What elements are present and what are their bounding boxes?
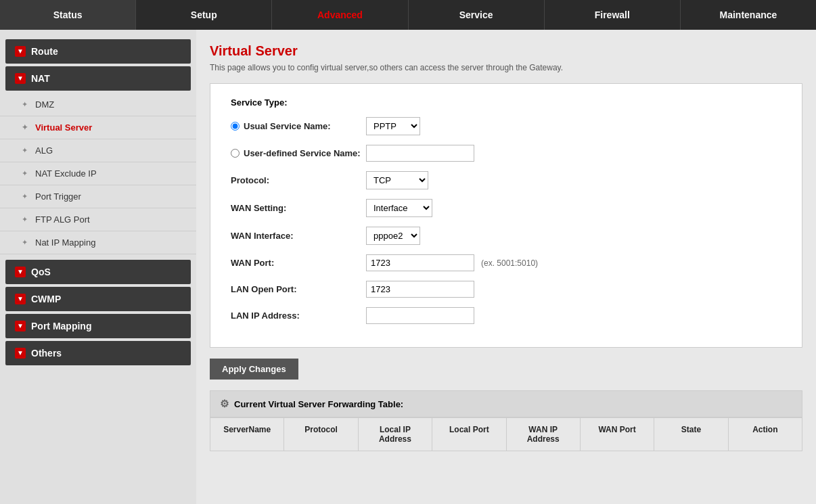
sidebar-item-alg[interactable]: ✦ ALG xyxy=(0,139,196,162)
arrow-icon: ▼ xyxy=(15,321,26,331)
wan-interface-select[interactable]: pppoe2 pppoe1 wan xyxy=(366,227,420,245)
sidebar-group-nat[interactable]: ▼ NAT xyxy=(5,66,191,91)
wan-port-hint: (ex. 5001:5010) xyxy=(481,258,538,268)
user-defined-control xyxy=(366,145,474,162)
th-local-port: Local Port xyxy=(432,418,506,451)
usual-service-control: PPTP FTP HTTP HTTPS DNS SMTP POP3 xyxy=(366,117,420,135)
forwarding-table-section: ⚙ Current Virtual Server Forwarding Tabl… xyxy=(210,390,802,451)
arrow-icon: ▼ xyxy=(15,294,26,304)
sidebar-group-port-mapping[interactable]: ▼ Port Mapping xyxy=(5,314,191,338)
lan-open-port-row: LAN Open Port: xyxy=(231,281,781,298)
usual-service-radio[interactable] xyxy=(231,122,240,131)
page-description: This page allows you to config virtual s… xyxy=(210,63,802,72)
wan-interface-control: pppoe2 pppoe1 wan xyxy=(366,227,420,245)
sidebar-item-nat-exclude-ip[interactable]: ✦ NAT Exclude IP xyxy=(0,162,196,185)
th-action: Action xyxy=(729,418,802,451)
th-local-ip-address: Local IP Address xyxy=(359,418,432,451)
wan-setting-label: WAN Setting: xyxy=(231,203,366,213)
wan-port-control: (ex. 5001:5010) xyxy=(366,254,538,271)
protocol-label: Protocol: xyxy=(231,175,366,185)
sidebar-group-qos[interactable]: ▼ QoS xyxy=(5,260,191,284)
nav-maintenance[interactable]: Maintenance xyxy=(681,0,816,30)
user-defined-service-input[interactable] xyxy=(366,145,474,162)
gear-icon: ⚙ xyxy=(220,398,229,410)
sidebar-group-others[interactable]: ▼ Others xyxy=(5,341,191,365)
lan-ip-address-input[interactable] xyxy=(366,307,474,324)
user-defined-service-label[interactable]: User-defined Service Name: xyxy=(231,148,366,158)
bullet-icon: ✦ xyxy=(22,169,31,179)
top-navigation: Status Setup Advanced Service Firewall M… xyxy=(0,0,816,30)
nav-status[interactable]: Status xyxy=(0,0,136,30)
table-header-row: ServerName Protocol Local IP Address Loc… xyxy=(210,417,802,451)
sidebar-item-nat-ip-mapping[interactable]: ✦ Nat IP Mapping xyxy=(0,231,196,254)
bullet-icon: ✦ xyxy=(22,123,31,133)
th-wan-ip-address: WAN IP Address xyxy=(507,418,581,451)
wan-interface-label: WAN Interface: xyxy=(231,231,366,241)
lan-open-port-input[interactable] xyxy=(366,281,474,298)
th-protocol: Protocol xyxy=(284,418,358,451)
wan-setting-control: Interface IP Address xyxy=(366,199,432,217)
lan-ip-address-control xyxy=(366,307,474,324)
nav-setup[interactable]: Setup xyxy=(136,0,272,30)
protocol-row: Protocol: TCP UDP TCP/UDP xyxy=(231,171,781,189)
th-server-name: ServerName xyxy=(210,418,284,451)
arrow-icon: ▼ xyxy=(15,73,26,84)
lan-open-port-control xyxy=(366,281,474,298)
lan-ip-address-label: LAN IP Address: xyxy=(231,311,366,321)
wan-setting-row: WAN Setting: Interface IP Address xyxy=(231,199,781,217)
nav-service[interactable]: Service xyxy=(409,0,545,30)
lan-ip-address-row: LAN IP Address: xyxy=(231,307,781,324)
sidebar-group-route[interactable]: ▼ Route xyxy=(5,39,191,64)
wan-port-row: WAN Port: (ex. 5001:5010) xyxy=(231,254,781,271)
wan-interface-row: WAN Interface: pppoe2 pppoe1 wan xyxy=(231,227,781,245)
wan-port-input[interactable] xyxy=(366,254,474,271)
virtual-server-form: Service Type: Usual Service Name: PPTP F… xyxy=(210,83,802,348)
service-type-label: Service Type: xyxy=(231,97,781,108)
sidebar-item-ftp-alg-port[interactable]: ✦ FTP ALG Port xyxy=(0,208,196,231)
bullet-icon: ✦ xyxy=(22,100,31,110)
sidebar-item-port-trigger[interactable]: ✦ Port Trigger xyxy=(0,185,196,208)
main-content: Virtual Server This page allows you to c… xyxy=(196,30,816,504)
nav-firewall[interactable]: Firewall xyxy=(545,0,681,30)
forwarding-table-header: ⚙ Current Virtual Server Forwarding Tabl… xyxy=(210,391,802,417)
usual-service-name-row: Usual Service Name: PPTP FTP HTTP HTTPS … xyxy=(231,117,781,135)
usual-service-name-select[interactable]: PPTP FTP HTTP HTTPS DNS SMTP POP3 xyxy=(366,117,420,135)
usual-service-name-label[interactable]: Usual Service Name: xyxy=(231,121,366,131)
bullet-icon: ✦ xyxy=(22,192,31,202)
protocol-control: TCP UDP TCP/UDP xyxy=(366,171,428,189)
wan-setting-select[interactable]: Interface IP Address xyxy=(366,199,432,217)
arrow-icon: ▼ xyxy=(15,267,26,277)
arrow-icon: ▼ xyxy=(15,348,26,359)
protocol-select[interactable]: TCP UDP TCP/UDP xyxy=(366,171,428,189)
nav-advanced[interactable]: Advanced xyxy=(272,0,408,30)
th-state: State xyxy=(654,418,728,451)
lan-open-port-label: LAN Open Port: xyxy=(231,284,366,294)
arrow-icon: ▼ xyxy=(15,46,26,57)
user-defined-radio[interactable] xyxy=(231,149,240,158)
user-defined-service-row: User-defined Service Name: xyxy=(231,145,781,162)
wan-port-label: WAN Port: xyxy=(231,258,366,268)
sidebar-item-dmz[interactable]: ✦ DMZ xyxy=(0,93,196,116)
th-wan-port: WAN Port xyxy=(581,418,654,451)
sidebar-item-virtual-server[interactable]: ✦ Virtual Server xyxy=(0,116,196,139)
bullet-icon: ✦ xyxy=(22,146,31,156)
bullet-icon: ✦ xyxy=(22,215,31,225)
sidebar: ▼ Route ▼ NAT ✦ DMZ ✦ Virtual Server ✦ A… xyxy=(0,30,196,504)
page-title: Virtual Server xyxy=(210,43,802,59)
bullet-icon: ✦ xyxy=(22,238,31,248)
sidebar-group-cwmp[interactable]: ▼ CWMP xyxy=(5,287,191,311)
apply-changes-button[interactable]: Apply Changes xyxy=(210,359,298,380)
